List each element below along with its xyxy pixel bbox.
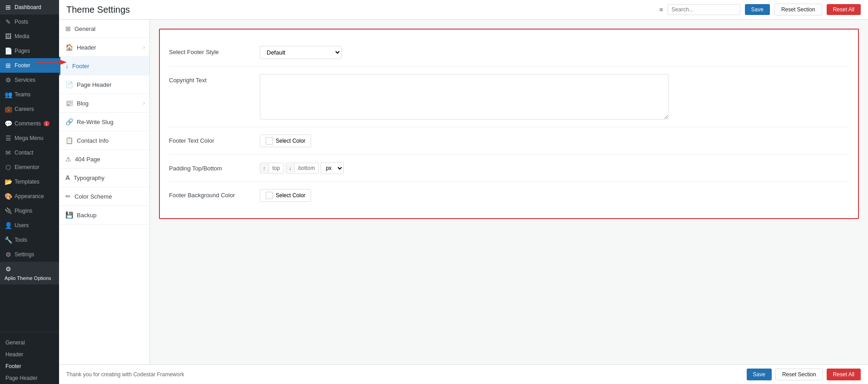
footer-text-color-button[interactable]: Select Color [260,135,311,147]
leftnav: ⊞ General 🏠 Header › ↓ Footer 📄 Page Hea… [59,20,150,364]
leftnav-404[interactable]: ⚠ 404 Page [59,150,149,169]
bottombar-reset-all-button[interactable]: Reset All [827,369,861,380]
services-icon: ⚙ [5,76,12,84]
comments-icon: 💬 [5,120,12,127]
sidebar-sub-section: General Header Footer Page Header [0,332,59,384]
contact-icon: ✉ [5,149,12,156]
padding-top-arrow[interactable]: ↑ [260,164,269,173]
padding-top-label: top [269,163,284,173]
header-nav-arrow: › [143,45,145,50]
sidebar-item-pages[interactable]: 📄 Pages [0,44,59,58]
sidebar-item-posts[interactable]: ✎ Posts [0,15,59,29]
sidebar-item-contact[interactable]: ✉ Contact [0,145,59,160]
plugins-icon: 🔌 [5,207,12,214]
sidebar-item-footer[interactable]: ⊞ Footer [0,58,59,73]
leftnav-blog[interactable]: 📰 Blog › [59,94,149,113]
footer-text-color-label: Footer Text Color [169,135,260,144]
sidebar-item-services[interactable]: ⚙ Services [0,73,59,87]
padding-top-wrap: ↑ top [260,163,284,174]
sidebar-item-comments[interactable]: 💬 Comments 1 [0,116,59,131]
media-icon: 🖼 [5,33,12,40]
sidebar-sub-general[interactable]: General [0,337,59,349]
footer-style-label: Select Footer Style [169,46,260,55]
sidebar-item-media[interactable]: 🖼 Media [0,29,59,44]
bottombar-save-button[interactable]: Save [747,369,772,380]
copyright-text-control [260,74,849,120]
bottombar-credit: Thank you for creating with Codestar Fra… [66,371,184,378]
templates-icon: 📂 [5,178,12,185]
padding-bottom-wrap: ↓ bottom [286,163,319,174]
leftnav-typography[interactable]: A Typography [59,169,149,187]
sidebar-item-tools[interactable]: 🔧 Tools [0,233,59,247]
sidebar-sub-page-header[interactable]: Page Header [0,372,59,384]
bottombar-reset-section-button[interactable]: Reset Section [775,369,823,380]
reset-all-button[interactable]: Reset All [827,4,861,15]
leftnav-header[interactable]: 🏠 Header › [59,38,149,57]
contact-info-nav-icon: 📋 [65,137,73,144]
footer-bg-color-row: Footer Background Color Select Color [169,182,849,209]
settings-icon: ⚙ [5,251,12,258]
appearance-icon: 🎨 [5,193,12,200]
sidebar-item-dashboard[interactable]: ⊞ Dashboard [0,0,59,15]
settings-panel: Select Footer Style Default Style 1 Styl… [150,20,868,364]
padding-unit-select[interactable]: px em % [321,162,344,174]
careers-icon: 💼 [5,105,12,113]
bottombar-actions: Save Reset Section Reset All [747,369,861,380]
footer-text-color-swatch [266,137,273,145]
sidebar-item-users[interactable]: 👤 Users [0,218,59,233]
leftnav-page-header[interactable]: 📄 Page Header [59,75,149,94]
sidebar-item-aplio[interactable]: ⚙ Aplio Theme Options [0,262,59,284]
sidebar-item-elementor[interactable]: ⬡ Elementor [0,160,59,175]
posts-icon: ✎ [5,18,12,25]
sidebar-sub-header[interactable]: Header [0,349,59,360]
save-button[interactable]: Save [745,4,770,15]
dashboard-icon: ⊞ [5,4,12,11]
reset-section-button[interactable]: Reset Section [774,4,822,15]
footer-text-color-control: Select Color [260,135,849,147]
sidebar-item-templates[interactable]: 📂 Templates [0,175,59,189]
search-icon: ≡ [659,6,663,13]
footer-style-row: Select Footer Style Default Style 1 Styl… [169,39,849,67]
leftnav-footer[interactable]: ↓ Footer [59,57,149,75]
leftnav-general[interactable]: ⊞ General [59,20,149,38]
aplio-icon: ⚙ [5,265,12,273]
leftnav-contact-info[interactable]: 📋 Contact Info [59,131,149,150]
sidebar-item-careers[interactable]: 💼 Careers [0,102,59,116]
blog-nav-icon: 📰 [65,100,73,107]
footer-text-color-row: Footer Text Color Select Color [169,127,849,155]
sidebar-item-settings[interactable]: ⚙ Settings [0,247,59,262]
leftnav-color-scheme[interactable]: ✏ Color Scheme [59,187,149,206]
sidebar-sub-footer[interactable]: Footer [0,360,59,372]
leftnav-backup[interactable]: 💾 Backup [59,206,149,224]
search-input[interactable] [668,4,740,15]
content-area: ⊞ General 🏠 Header › ↓ Footer 📄 Page Hea… [59,20,868,364]
sidebar-item-appearance[interactable]: 🎨 Appearance [0,189,59,204]
footer-icon: ⊞ [5,62,12,69]
footer-nav-icon: ↓ [65,62,69,70]
settings-box: Select Footer Style Default Style 1 Styl… [159,29,859,219]
sidebar-item-mega-menu[interactable]: ☰ Mega Menu [0,131,59,145]
copyright-textarea[interactable] [260,74,669,120]
mega-menu-icon: ☰ [5,135,12,142]
sidebar-item-plugins[interactable]: 🔌 Plugins [0,204,59,218]
padding-control: ↑ top ↓ bottom px em % [260,162,849,174]
footer-bg-color-label: Footer Background Color [169,189,260,199]
rewrite-slug-nav-icon: 🔗 [65,118,73,125]
bottombar: Thank you for creating with Codestar Fra… [59,364,868,384]
padding-row: Padding Top/Bottom ↑ top ↓ bottom [169,155,849,182]
leftnav-rewrite-slug[interactable]: 🔗 Re-Write Slug [59,113,149,131]
teams-icon: 👥 [5,91,12,98]
copyright-text-label: Copyright Text [169,74,260,84]
page-title: Theme Settings [66,5,655,15]
footer-bg-color-button[interactable]: Select Color [260,189,311,202]
tools-icon: 🔧 [5,236,12,244]
footer-style-control: Default Style 1 Style 2 Style 3 [260,46,849,59]
sidebar-item-teams[interactable]: 👥 Teams [0,87,59,102]
elementor-icon: ⬡ [5,164,12,171]
color-scheme-nav-icon: ✏ [65,193,71,200]
padding-bottom-arrow[interactable]: ↓ [286,164,295,173]
typography-nav-icon: A [65,174,70,181]
backup-nav-icon: 💾 [65,211,73,219]
footer-style-select[interactable]: Default Style 1 Style 2 Style 3 [260,46,342,59]
header-nav-icon: 🏠 [65,44,73,51]
